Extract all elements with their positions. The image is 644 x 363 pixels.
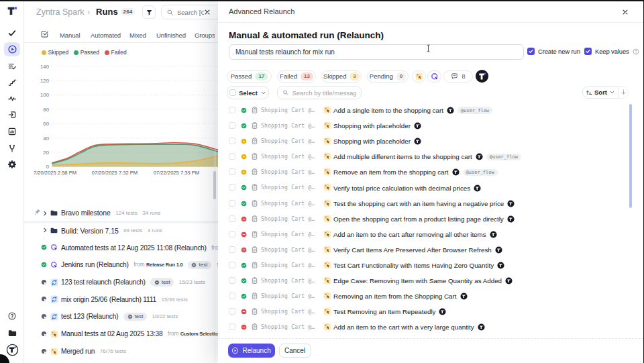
tab-automated[interactable]: Automated	[91, 32, 121, 39]
row-checkbox[interactable]	[229, 215, 235, 222]
test-row[interactable]: Shopping Cart @… Test the shopping cart …	[218, 196, 644, 211]
sidebar	[0, 0, 24, 363]
test-row[interactable]: Shopping Cart @… Add an item to the cart…	[218, 227, 644, 242]
test-title: Removing an Item from the Shopping Cart	[333, 293, 457, 300]
relaunch-button[interactable]: Relaunch	[228, 344, 275, 358]
create-new-run-checkbox[interactable]: Create new run	[527, 48, 580, 55]
row-checkbox[interactable]	[229, 308, 235, 315]
status-passed-icon	[241, 185, 247, 191]
sidebar-item-plans[interactable]	[4, 59, 20, 73]
test-row[interactable]: Shopping Cart @… Add an item to the cart…	[218, 319, 644, 335]
sidebar-item-settings[interactable]	[4, 157, 20, 171]
tab-mixed[interactable]: Mixed	[129, 32, 146, 39]
row-checkbox[interactable]	[229, 277, 235, 284]
row-checkbox[interactable]	[229, 200, 235, 207]
sidebar-item-runs[interactable]	[4, 42, 20, 56]
row-checkbox[interactable]	[229, 293, 235, 299]
row-checkbox[interactable]	[229, 323, 235, 330]
clipboard-icon	[251, 246, 258, 254]
test-row[interactable]: Shopping Cart @… Add a single item to th…	[218, 103, 644, 118]
run-list-item[interactable]: Manual tests at 02 Aug 2025 13:38 from C…	[24, 325, 225, 343]
run-from: from Custom Selection	[168, 331, 221, 337]
chevron-right-icon[interactable]	[42, 227, 48, 234]
close-icon[interactable]	[622, 9, 629, 15]
chip-skipped[interactable]: Skipped 3	[321, 70, 362, 83]
main-scrollbar[interactable]	[213, 171, 216, 199]
sidebar-item-tests[interactable]	[4, 25, 20, 40]
chip-pending-count: 0	[396, 72, 406, 81]
test-row[interactable]: Shopping Cart @… Open the shopping cart …	[218, 211, 644, 227]
select-dropdown[interactable]: Select	[227, 86, 269, 99]
run-list-item[interactable]: Automated tests at 12 Aug 2025 11:08 (Re…	[24, 239, 225, 256]
sidebar-profile-avatar[interactable]	[4, 342, 20, 357]
row-checkbox[interactable]	[229, 168, 235, 175]
row-checkbox[interactable]	[229, 262, 235, 268]
test-row[interactable]: Shopping Cart @… Add multiple different …	[218, 149, 644, 164]
suite-name: Shopping Cart @…	[261, 123, 315, 129]
download-button[interactable]	[619, 86, 629, 99]
sort-dropdown[interactable]: Sort	[582, 86, 619, 99]
test-row[interactable]: Shopping Cart @… Edge Case: Removing Ite…	[218, 273, 644, 289]
run-list-item[interactable]: test 123 (Relaunch) test 10/22 tests	[24, 308, 225, 325]
clear-search-icon[interactable]	[204, 9, 211, 15]
test-row[interactable]: Shopping Cart @… Test Removing an Item R…	[218, 304, 644, 319]
run-list-item[interactable]: Jenkins run (Relaunch) from Release Run …	[24, 256, 225, 274]
run-list-item[interactable]: mix origin 25/06 (Relaunch) 1111 15/33 t…	[24, 291, 225, 308]
chip-pending[interactable]: Pending 0	[367, 70, 409, 83]
row-checkbox[interactable]	[229, 107, 235, 113]
test-row[interactable]: Shopping Cart @… Verify Cart Items Are P…	[218, 242, 644, 258]
relaunch-button-label: Relaunch	[242, 347, 270, 354]
drawer-scrollbar[interactable]	[629, 104, 632, 208]
test-row[interactable]: Shopping Cart @… Shopping with placehold…	[218, 134, 644, 149]
run-name-input[interactable]: Manual tests relaunch for mix run	[229, 44, 524, 60]
test-row[interactable]: Shopping Cart @… Remove an item from the…	[218, 164, 644, 180]
keep-values-checkbox[interactable]: Keep values	[584, 48, 639, 55]
filter-button[interactable]	[142, 5, 156, 19]
tab-manual[interactable]: Manual	[60, 32, 80, 39]
row-checkbox[interactable]	[229, 184, 235, 191]
sidebar-projects-button[interactable]	[4, 325, 20, 340]
app-logo-icon[interactable]	[6, 5, 18, 17]
sidebar-item-pulse[interactable]	[4, 91, 20, 105]
sidebar-item-reports[interactable]	[4, 124, 20, 138]
breadcrumb-project[interactable]: Zyntra Spark	[36, 7, 85, 17]
drawer-header-title: Advanced Relaunch	[229, 7, 294, 15]
chip-automated-type[interactable]	[427, 70, 441, 83]
row-checkbox[interactable]	[229, 231, 235, 238]
run-list-item[interactable]: 123 test relaunch (Relaunch) test 15/23 …	[24, 274, 225, 291]
chip-comments[interactable]: 8	[443, 70, 473, 83]
chip-failed[interactable]: Failed 13	[277, 70, 316, 83]
run-list-item[interactable]: Merged run 76/76 tests	[24, 343, 225, 360]
bulk-select-icon[interactable]	[40, 30, 49, 38]
sidebar-item-import[interactable]	[4, 107, 20, 121]
assignee-avatar[interactable]	[475, 69, 489, 83]
sidebar-help-button[interactable]	[4, 309, 20, 323]
test-row[interactable]: Shopping Cart @… Test Cart Functionality…	[218, 258, 644, 273]
chip-passed[interactable]: Passed 17	[227, 70, 272, 83]
test-row[interactable]: Shopping Cart @… Verify total price calc…	[218, 180, 644, 195]
run-progress-meta: 15/23 tests	[179, 279, 205, 285]
tab-groups[interactable]: Groups	[195, 32, 215, 39]
run-list-item[interactable]: Build: Version 7.15 69 tests 3 runs	[24, 222, 225, 240]
row-checkbox[interactable]	[229, 138, 235, 144]
test-row[interactable]: Shopping Cart @… Removing an Item from t…	[218, 289, 644, 304]
clipboard-icon	[251, 137, 258, 145]
topbar-search-value: Search [C	[177, 9, 204, 16]
run-title: Bravo milestone	[61, 209, 111, 217]
run-list-item[interactable]: Bravo milestone 124 tests 34 runs	[24, 205, 225, 222]
row-checkbox[interactable]	[229, 153, 235, 160]
sidebar-item-branches[interactable]	[4, 141, 20, 155]
help-circle-icon[interactable]	[633, 48, 639, 55]
row-checkbox[interactable]	[229, 122, 235, 129]
suite-name: Shopping Cart @…	[261, 216, 315, 222]
drawer-search-input[interactable]: Search by title/message	[277, 86, 362, 99]
cancel-button[interactable]: Cancel	[279, 344, 311, 358]
sidebar-item-milestones[interactable]	[4, 75, 20, 89]
chevron-right-icon[interactable]	[42, 210, 48, 217]
test-title: Shopping with placeholder	[333, 138, 411, 145]
row-checkbox[interactable]	[229, 246, 235, 253]
chip-manual-type[interactable]	[412, 70, 426, 83]
status-passed-icon	[241, 293, 247, 299]
tab-unfinished[interactable]: Unfinished	[156, 32, 186, 39]
test-row[interactable]: Shopping Cart @… Shopping with placehold…	[218, 118, 644, 134]
